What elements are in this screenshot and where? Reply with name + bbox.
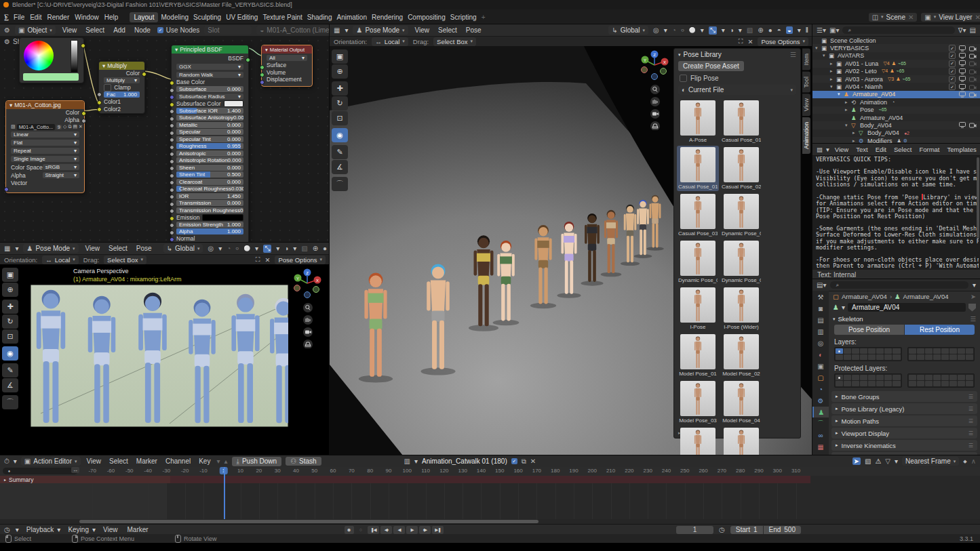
pose-thumbnail[interactable] bbox=[680, 241, 716, 276]
socket[interactable] bbox=[170, 81, 174, 85]
layer-cell[interactable] bbox=[909, 375, 916, 380]
layer-cell[interactable] bbox=[860, 381, 867, 386]
fullscreen-icon[interactable]: ⛶ bbox=[739, 37, 743, 45]
annotate-tool[interactable]: ✎ bbox=[332, 145, 348, 159]
layer-cell[interactable] bbox=[893, 381, 900, 386]
flip-pose-row[interactable]: ✓ Flip Pose bbox=[674, 72, 800, 85]
visibility-icon[interactable]: ⚪ bbox=[689, 27, 696, 33]
record-icon[interactable]: ● bbox=[345, 526, 354, 534]
expand-arrow[interactable]: ▾ bbox=[815, 45, 821, 51]
layer-cell[interactable] bbox=[884, 348, 892, 354]
layer-cell[interactable] bbox=[941, 375, 949, 380]
expand-arrow[interactable]: ▾ bbox=[838, 91, 844, 97]
outliner-item-label[interactable]: Armature_AV04 bbox=[860, 115, 903, 121]
panel-menu-icon[interactable]: ☰ bbox=[790, 51, 796, 58]
fac-slider[interactable]: Fac1.000 bbox=[99, 91, 144, 99]
socket[interactable] bbox=[170, 195, 174, 199]
socket[interactable] bbox=[142, 72, 146, 77]
socket[interactable] bbox=[170, 145, 174, 150]
image-texture-node[interactable]: ▾M01-A_Cotton.jpgColorAlpha▨M01-A_Cotto.… bbox=[5, 100, 85, 193]
workspace-tab-scripting[interactable]: Scripting bbox=[448, 14, 479, 21]
pin-icon[interactable]: ➤ bbox=[971, 293, 976, 300]
text-content[interactable]: VERYBASICS QUICK TIPS: -Use Viewport Ena… bbox=[812, 155, 979, 270]
menu-edit[interactable]: Edit bbox=[874, 146, 888, 153]
breadcrumb-object[interactable]: Armature_AV04 bbox=[842, 293, 887, 300]
xray-icon[interactable]: ▧ bbox=[747, 26, 753, 34]
copy-icon[interactable]: ⧉ bbox=[68, 124, 71, 129]
layer-cell[interactable] bbox=[884, 381, 892, 386]
shading-wireframe-icon[interactable]: ⊕ bbox=[758, 26, 763, 34]
outliner-item-label[interactable]: VERYBASICS bbox=[830, 45, 869, 52]
menu-select[interactable]: Select bbox=[107, 457, 130, 465]
pose-source-dropdown[interactable]: ◐ Current File ▾ bbox=[678, 85, 796, 95]
menu-view[interactable]: View bbox=[85, 457, 104, 465]
socket[interactable] bbox=[260, 73, 264, 77]
layer-cell[interactable] bbox=[844, 348, 851, 354]
layer-cell[interactable] bbox=[860, 354, 867, 360]
socket[interactable] bbox=[246, 58, 250, 62]
layer-cell[interactable] bbox=[884, 375, 892, 380]
sidebar-tab-tool[interactable]: Tool bbox=[802, 72, 810, 93]
sidebar-tab-item[interactable]: Item bbox=[802, 49, 810, 70]
armature-layers-grid[interactable] bbox=[907, 347, 975, 361]
bsdf-ior[interactable]: IOR1.450 bbox=[172, 192, 248, 200]
menu-help[interactable]: Help bbox=[102, 14, 121, 21]
bsdf-anisotropic-rotation[interactable]: Anisotropic Rotation0.000 bbox=[172, 157, 248, 165]
action-name[interactable]: Animation_Catwalk 01 (180) bbox=[422, 457, 507, 465]
screen-toggle-icon[interactable] bbox=[959, 60, 966, 66]
material-output-node[interactable]: ▾Material OutputAll▾SurfaceVolumeDisplac… bbox=[261, 45, 313, 87]
layer-cell[interactable] bbox=[852, 381, 859, 386]
outliner-item-label[interactable]: Modifiers bbox=[867, 138, 893, 144]
bsdf-clearcoat-roughness[interactable]: Clearcoat Roughness0.030 bbox=[172, 186, 248, 193]
screen-toggle-icon[interactable] bbox=[959, 76, 966, 82]
socket[interactable] bbox=[81, 119, 86, 123]
cursor-tool[interactable]: ⊕ bbox=[2, 283, 18, 297]
screen-toggle-icon[interactable] bbox=[959, 45, 966, 52]
add-workspace-button[interactable]: + bbox=[479, 14, 488, 21]
layer-cell[interactable] bbox=[893, 354, 900, 360]
drag-dropdown[interactable]: Select Box▾ bbox=[433, 37, 476, 46]
menu-marker[interactable]: Marker bbox=[134, 457, 159, 465]
layer-cell[interactable] bbox=[949, 381, 957, 386]
layer-cell[interactable] bbox=[966, 381, 973, 386]
new-collection-icon[interactable]: ▤ bbox=[970, 26, 976, 34]
layer-cell[interactable] bbox=[868, 381, 876, 386]
scale-tool[interactable]: ⊡ bbox=[2, 329, 18, 344]
bsdf-subsurface[interactable]: Subsurface0.000 bbox=[172, 86, 248, 94]
options-dropdown-icon[interactable]: ▾ bbox=[973, 281, 976, 289]
screen-toggle-icon[interactable] bbox=[959, 122, 966, 128]
pose-thumbnail[interactable] bbox=[680, 428, 716, 455]
breakdowner-tool[interactable]: ⌒ bbox=[332, 177, 348, 191]
measure-tool[interactable]: ∡ bbox=[332, 160, 348, 174]
expand-arrow[interactable]: ▸ bbox=[852, 130, 859, 136]
bsdf-alpha[interactable]: Alpha1.000 bbox=[172, 228, 248, 236]
overlays-icon[interactable]: ◑ bbox=[730, 26, 734, 34]
target-dropdown[interactable]: All▾ bbox=[262, 54, 312, 62]
color-swatch[interactable] bbox=[202, 214, 243, 221]
cursor-tool[interactable]: ⊕ bbox=[332, 64, 348, 79]
pose-thumbnail[interactable] bbox=[680, 287, 716, 323]
jump-end-icon[interactable]: ▶❚ bbox=[432, 526, 444, 534]
outliner-row[interactable]: ▸⚙Modifiers♟⚙ bbox=[812, 137, 980, 144]
panel-menu-icon[interactable]: ☰ bbox=[968, 406, 973, 412]
bsdf-specular[interactable]: Specular0.000 bbox=[172, 129, 248, 136]
mode-dropdown[interactable]: ♟Pose Mode▾ bbox=[353, 26, 408, 35]
editor-type-icon[interactable]: ▦ bbox=[4, 245, 10, 252]
value-slider[interactable] bbox=[71, 40, 78, 73]
properties-tab-texture[interactable]: ▦ bbox=[812, 441, 829, 452]
screen-toggle-icon[interactable] bbox=[959, 84, 966, 90]
layer-cell[interactable] bbox=[893, 375, 900, 380]
workspace-tab-uv-editing[interactable]: UV Editing bbox=[224, 14, 260, 21]
unlink-icon[interactable]: ✕ bbox=[975, 14, 980, 21]
move-tool[interactable]: ✚ bbox=[2, 300, 18, 314]
bsdf-normal[interactable]: Normal bbox=[172, 235, 248, 243]
proportional-icon[interactable]: ○ bbox=[681, 27, 684, 33]
color-swatch[interactable] bbox=[224, 100, 243, 107]
menu-playback[interactable]: Playback bbox=[24, 526, 56, 533]
layer-cell[interactable] bbox=[844, 354, 851, 360]
panel-menu-icon[interactable]: ☰ bbox=[968, 394, 973, 400]
pose-thumbnail[interactable] bbox=[724, 381, 759, 416]
pose-thumbnail[interactable] bbox=[680, 381, 716, 416]
layer-cell[interactable] bbox=[909, 348, 916, 354]
start-frame-field[interactable]: Start 1 bbox=[730, 526, 763, 534]
